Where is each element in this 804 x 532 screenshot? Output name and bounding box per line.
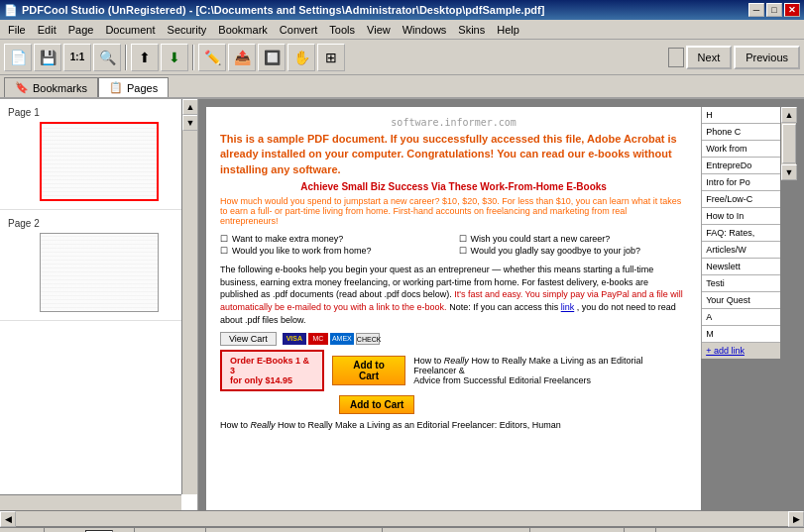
check-label-2: Would you like to work from home? <box>232 246 371 256</box>
titlebar-text: PDFCool Studio (UnRegistered) - [C:\Docu… <box>22 4 544 16</box>
status-ready: Ready <box>0 528 45 532</box>
pdf-book1-info: How to Really How to Really Make a Livin… <box>413 356 687 385</box>
check-label-1: Want to make extra money? <box>232 234 343 244</box>
pdf-book1-title: How to Really How to Really Make a Livin… <box>413 356 687 375</box>
pdf-book2-info: How to Really How to Really Make a Livin… <box>220 420 687 430</box>
close-button[interactable]: ✕ <box>784 3 800 17</box>
nav-input[interactable] <box>668 48 684 67</box>
page-1-thumbnail <box>40 122 159 201</box>
fit-button[interactable]: ⊞ <box>317 44 345 71</box>
extract-button[interactable]: 📤 <box>228 44 256 71</box>
minimize-button[interactable]: ─ <box>748 3 764 17</box>
bookmark-icon: 🔖 <box>15 81 29 94</box>
tab-pages-label: Pages <box>127 82 158 94</box>
pdf-subtitle-orange: How much would you spend to jumpstart a … <box>220 196 687 226</box>
right-panel-item-1[interactable]: Phone C <box>702 124 780 141</box>
content-area: software.informer.com This is a sample P… <box>198 99 804 510</box>
check-item-1: ☐ Want to make extra money? <box>220 234 449 244</box>
pdf-body-link[interactable]: link <box>561 302 575 312</box>
status-cropsize: Croped Size: 216 x 279 mm <box>383 528 530 532</box>
page-thumb-2[interactable]: Page 2 <box>0 210 197 321</box>
page-2-label: Page 2 <box>8 218 189 229</box>
right-panel-item-5[interactable]: Free/Low-C <box>702 191 780 208</box>
right-panel-item-8[interactable]: Articles/W <box>702 242 780 259</box>
right-panel-item-2[interactable]: Work from <box>702 141 780 158</box>
menubar: File Edit Page Document Security Bookmar… <box>0 20 804 40</box>
zoom-fit-button[interactable]: 1:1 <box>63 44 91 71</box>
titlebar-controls: ─ □ ✕ <box>748 3 800 17</box>
tab-bookmarks[interactable]: 🔖 Bookmarks <box>4 77 98 97</box>
save-button[interactable]: 💾 <box>34 44 61 71</box>
menu-windows[interactable]: Windows <box>397 20 453 39</box>
sidebar-scroll-down[interactable]: ▼ <box>182 115 198 131</box>
menu-help[interactable]: Help <box>491 20 525 39</box>
right-panel-item-12[interactable]: A <box>702 309 780 326</box>
pdf-book2-desc: Editors, Human <box>500 420 561 430</box>
menu-skins[interactable]: Skins <box>452 20 491 39</box>
menu-security[interactable]: Security <box>162 20 213 39</box>
check-label-4: Would you gladly say goodbye to your job… <box>471 246 640 256</box>
right-panel-item-3[interactable]: EntrepreDo <box>702 158 780 174</box>
scroll-right-arrow[interactable]: ▶ <box>788 511 804 527</box>
scroll-up-arrow[interactable]: ▲ <box>781 107 797 123</box>
menu-bookmark[interactable]: Bookmark <box>212 20 274 39</box>
amex-icon: AMEX <box>330 333 354 345</box>
right-panel-item-13[interactable]: M <box>702 326 780 343</box>
pdf-body3: Note: If you can access this <box>449 302 558 312</box>
previous-button[interactable]: Previous <box>734 46 800 69</box>
add-to-cart-1-button[interactable]: Add to Cart <box>332 356 406 385</box>
right-panel-item-0[interactable]: H <box>702 107 780 124</box>
tab-pages[interactable]: 📋 Pages <box>98 77 169 97</box>
right-panel-item-10[interactable]: Testi <box>702 275 780 292</box>
view-cart-button[interactable]: View Cart <box>220 332 277 346</box>
status-page: Page : / 2 <box>45 528 135 532</box>
checkbox-icon-4: ☐ <box>459 246 467 256</box>
check-icon: CHECK <box>356 333 380 345</box>
check-item-2: ☐ Would you like to work from home? <box>220 246 449 256</box>
pdf-really-italic: Really <box>444 356 469 366</box>
toolbar-separator-2 <box>192 45 194 70</box>
zoom-in-button[interactable]: 🔍 <box>93 44 121 71</box>
next-button[interactable]: Next <box>686 46 733 69</box>
scroll-thumb[interactable] <box>782 124 796 163</box>
content-vertical-scrollbar[interactable]: ▲ ▼ <box>780 107 796 180</box>
menu-page[interactable]: Page <box>62 20 100 39</box>
scroll-down-arrow[interactable]: ▼ <box>781 164 797 180</box>
pdf-checklist-section: ☐ Want to make extra money? ☐ Would you … <box>220 232 687 258</box>
edit-button[interactable]: ✏️ <box>198 44 226 71</box>
menu-view[interactable]: View <box>361 20 397 39</box>
right-panel-item-11[interactable]: Your Quest <box>702 292 780 309</box>
down-button[interactable]: ⬇ <box>161 44 188 71</box>
new-button[interactable]: 📄 <box>4 44 32 71</box>
check-label-3: Wish you could start a new career? <box>471 234 611 244</box>
scroll-left-arrow[interactable]: ◀ <box>0 511 16 527</box>
menu-document[interactable]: Document <box>99 20 161 39</box>
pdf-really-2-italic: Really <box>251 420 276 430</box>
menu-convert[interactable]: Convert <box>274 20 324 39</box>
sidebar-horizontal-scrollbar[interactable] <box>0 494 181 510</box>
select-button[interactable]: 🔲 <box>258 44 286 71</box>
right-panel-add-link[interactable]: + add link <box>702 343 780 359</box>
scroll-track <box>781 123 796 164</box>
pdf-page: software.informer.com This is a sample P… <box>206 107 701 510</box>
right-panel-item-4[interactable]: Intro for Po <box>702 174 780 191</box>
page-thumb-1[interactable]: Page 1 <box>0 99 197 210</box>
sidebar-vertical-scrollbar[interactable]: ▲ ▼ <box>181 99 197 494</box>
menu-edit[interactable]: Edit <box>32 20 62 39</box>
sidebar-scroll-up[interactable]: ▲ <box>182 99 198 115</box>
page-1-label: Page 1 <box>8 107 189 118</box>
right-panel-item-7[interactable]: FAQ: Rates, <box>702 225 780 242</box>
right-panel-item-9[interactable]: Newslett <box>702 259 780 275</box>
up-button[interactable]: ⬆ <box>131 44 159 71</box>
tab-bookmarks-label: Bookmarks <box>33 82 87 94</box>
status-zoom: Zoom : 79% <box>135 528 206 532</box>
right-panel-item-6[interactable]: How to In <box>702 208 780 225</box>
menu-file[interactable]: File <box>2 20 32 39</box>
hand-button[interactable]: ✋ <box>287 44 315 71</box>
horizontal-scrollbar[interactable]: ◀ ▶ <box>0 510 804 526</box>
menu-tools[interactable]: Tools <box>323 20 361 39</box>
right-panel: H Phone C Work from EntrepreDo Intro for… <box>701 107 780 359</box>
toolbar: 📄 💾 1:1 🔍 ⬆ ⬇ ✏️ 📤 🔲 ✋ ⊞ Next Previous <box>0 40 804 75</box>
maximize-button[interactable]: □ <box>766 3 782 17</box>
add-to-cart-2-button[interactable]: Add to Cart <box>339 395 414 414</box>
